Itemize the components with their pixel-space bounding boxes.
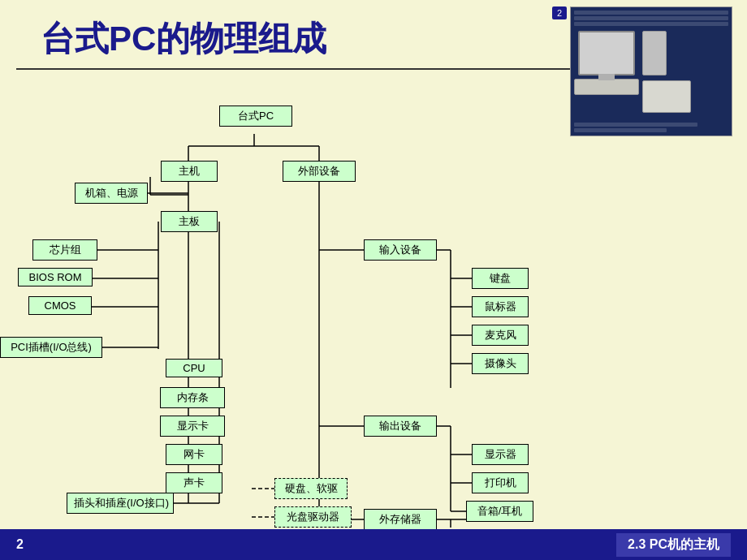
bottom-bar: 2 2.3 PC机的主机: [0, 529, 747, 560]
node-sound: 声卡: [166, 472, 222, 493]
photo-text-1: [574, 11, 728, 15]
node-zhuji: 主机: [161, 161, 218, 182]
node-cpu: CPU: [166, 359, 222, 377]
node-external-storage: 外存储器: [364, 509, 437, 530]
node-hdd: 硬盘、软驱: [274, 478, 348, 499]
node-taishi-pc: 台式PC: [219, 106, 292, 127]
photo-monitor: [578, 31, 635, 75]
node-keyboard: 键盘: [472, 268, 529, 289]
node-nic: 网卡: [166, 444, 222, 465]
node-zhuban: 主板: [161, 211, 218, 232]
node-jixiang: 机箱、电源: [75, 183, 148, 204]
connectors-svg: [0, 89, 747, 528]
photo-tower: [642, 31, 667, 75]
node-monitor: 显示器: [472, 444, 529, 465]
node-printer: 打印机: [472, 472, 529, 493]
node-mouse: 鼠标器: [472, 296, 529, 317]
slide-number: 2: [16, 537, 24, 552]
node-bios: BIOS ROM: [18, 268, 93, 286]
node-mic: 麦克风: [472, 325, 529, 346]
page-number-badge: 2: [552, 6, 567, 19]
node-optical: 光盘驱动器: [274, 506, 352, 528]
diagram-area: 台式PC 主机 外部设备 机箱、电源 主板 芯片组 BIOS ROM CMOS …: [0, 89, 747, 528]
node-connector: 插头和插座(I/O接口): [67, 493, 174, 514]
node-chipset: 芯片组: [32, 239, 97, 261]
section-label: 2.3 PC机的主机: [616, 533, 731, 557]
photo-text-3: [574, 22, 728, 26]
node-output-dev: 输出设备: [364, 416, 437, 437]
node-speaker: 音箱/耳机: [466, 501, 533, 522]
node-gpu: 显示卡: [160, 416, 225, 437]
node-camera: 摄像头: [472, 353, 529, 374]
node-cmos: CMOS: [28, 296, 92, 315]
node-waibu: 外部设备: [283, 161, 356, 182]
node-memory: 内存条: [160, 387, 225, 408]
node-pci: PCI插槽(I/O总线): [0, 337, 102, 358]
photo-text-2: [574, 16, 728, 20]
node-input-dev: 输入设备: [364, 239, 437, 261]
